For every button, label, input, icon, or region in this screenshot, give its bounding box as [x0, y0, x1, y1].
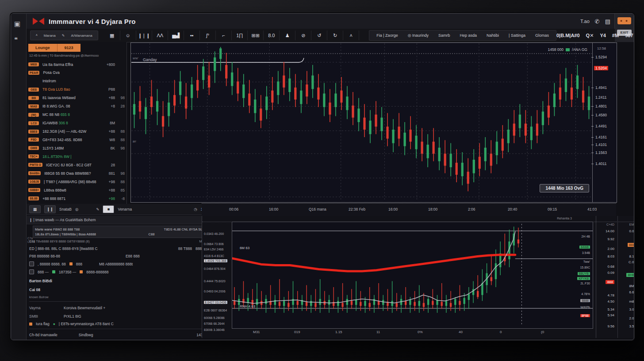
market-row[interactable]: 88.88+88 888 8871+98-8 — [27, 195, 126, 202]
market-row[interactable]: PMT8 GIGEY2C 8J 8G8 - 8C2 G8T28 — [27, 161, 126, 169]
market-row[interactable]: Intelrom — [27, 77, 126, 85]
corner-icon[interactable]: ⌐ — [216, 31, 232, 40]
quote-column[interactable]: EMB0.088888.10C.088HB8M96.65m883.082.003… — [617, 216, 634, 338]
terminal-band[interactable]: ❙ | tmas wawb — As GuaW8ais Bohem — [27, 216, 213, 224]
market-row[interactable]: GM81L5Y3 148M8K98 — [27, 144, 126, 152]
divider — [29, 301, 100, 302]
chart-mode-icon[interactable]: #M — [612, 33, 619, 38]
layers-icon[interactable]: ❙❙ — [44, 205, 56, 213]
dots-icon[interactable]: ▪▪ — [184, 31, 200, 40]
peaks-icon[interactable]: ΛΛ — [152, 31, 168, 40]
indicator-plot[interactable] — [232, 222, 593, 328]
smiley-icon[interactable]: ☺ — [120, 31, 136, 40]
symbol-name: 18.L.8T30% 8W | — [42, 154, 103, 159]
quote-value: P88 — [103, 87, 115, 92]
time-tick-label: (0 — [541, 330, 544, 334]
tab-lounge[interactable]: Lounge — [28, 44, 57, 52]
pen-icon[interactable]: ✎ — [96, 207, 99, 211]
menu-item-2[interactable]: Samrb — [438, 33, 450, 38]
price-axis[interactable]: 12:58 1.52941.52041.49411.48011.24111.45… — [592, 43, 616, 202]
chart-legend: 1458 000 /ANA GG — [548, 47, 587, 52]
caret-icon[interactable]: ˄ — [343, 31, 359, 40]
market-row[interactable]: 8I881 Iaavvoa IW8awd+8898 — [27, 94, 126, 102]
calendar-grid-icon[interactable]: ▦ — [104, 31, 120, 40]
quote-value: +98 — [103, 180, 115, 184]
market-row[interactable]: PEARPosa Gva — [27, 69, 126, 77]
quote-cell: 3.08 — [629, 307, 634, 311]
order-row[interactable]: ED ] 888-88. 88L C 8888-8Y8 [8wa888 C88 … — [27, 246, 213, 251]
stamp-icon[interactable]: ♟ — [280, 31, 295, 40]
checkbox-icon[interactable] — [29, 261, 34, 266]
quote-value: 881 — [103, 171, 115, 176]
candlestick-plot[interactable] — [131, 43, 592, 201]
candlestick-icon[interactable]: ❙❘❙ — [136, 31, 153, 40]
terminal-mid-label[interactable]: Venarna — [118, 207, 132, 211]
indicator-axis-label: 67066 66.2644 — [204, 322, 225, 325]
indicator-axis-label: E04 L5V 2466 — [204, 248, 223, 251]
indicator-axis-label: 0.0493 04.2006 — [204, 290, 226, 293]
menu-item-3[interactable]: Hep asda — [460, 33, 477, 38]
market-row[interactable]: T8C+18.L.8T30% 8W | — [27, 153, 126, 160]
market-row[interactable]: LC3IGAW8I8 306 88M — [27, 119, 126, 127]
plot-mark: wrw' — [133, 57, 138, 60]
order-row[interactable]: P88 888888 88-88E88 88888 — [27, 254, 213, 258]
time-tick-label: 1.15 — [335, 330, 342, 334]
bottom-strip-label: Rehantia 3 — [557, 217, 572, 220]
menu-item-6[interactable]: Glomas — [535, 33, 549, 38]
time-tick-label: 0 — [500, 330, 502, 334]
order-row[interactable]: 888 — 187358 — 8888-888888 — [27, 269, 213, 274]
phone-icon[interactable]: ✆ — [595, 18, 600, 25]
symbol-badge: T8C+ — [28, 154, 39, 158]
square-button[interactable]: ■ — [103, 205, 114, 213]
terminal-tab-label[interactable]: SnataB — [59, 207, 72, 211]
chat-icon[interactable]: ❝ — [14, 36, 18, 44]
decimal-icon[interactable]: 8.0 — [264, 31, 280, 40]
window-control-button[interactable]: ● ● — [617, 17, 631, 24]
time-tick-label: M31 — [253, 330, 260, 334]
market-row[interactable]: (W)MC 88 N8 655 8 — [27, 111, 126, 119]
terminal-panel: C7aCCT8 ▦ ❙❙ SnataB ◎ ✎ ■ Venarna ◷ 12:5… — [27, 204, 213, 338]
redo-icon[interactable]: ↻ — [327, 31, 343, 40]
symbol-badge: (W) — [28, 113, 39, 117]
chart-title: Ganday — [143, 58, 157, 62]
menu-item-5[interactable]: | Sattinga — [509, 33, 525, 38]
quote-value: +88 — [103, 96, 115, 100]
time-tick-label: 2:06 — [468, 207, 475, 211]
circle-icon[interactable]: ◎ — [75, 207, 78, 211]
market-row[interactable]: G888+L88va 888w8+8885 — [27, 186, 126, 194]
grid-plus-icon[interactable]: ⊞⊞ — [248, 31, 264, 40]
search-icon[interactable]: Q✕ — [586, 33, 594, 38]
time-axis[interactable]: 00:0616:00Q16 mana22:38 Feb16:0018:002:0… — [202, 203, 616, 217]
symbol-badge: F8D — [28, 138, 39, 142]
market-row[interactable]: F8DG8+F83 342-455. 8D88W888 — [27, 136, 126, 143]
market-row[interactable]: ME8Ua 8a 8arma Effra+800 — [27, 61, 126, 68]
grid-icon[interactable]: ▦ — [29, 205, 41, 213]
account-box[interactable]: ᴬ Marana ✎ A/Wanamana — [30, 31, 98, 40]
tab-9123[interactable]: 9123 — [57, 44, 80, 52]
bottom-left-axis[interactable]: 0.0343 46-2000.0664 73 806E04 L5V 246641… — [203, 222, 231, 328]
zigzag-icon[interactable]: ʃ° — [200, 31, 216, 40]
market-row[interactable]: MA8I8 8.WIG GA. 08+828 — [27, 103, 126, 110]
market-row[interactable]: GE8T8 Gva LU3 8aoP88 — [27, 86, 126, 93]
null-icon[interactable]: ⊘ — [295, 31, 311, 40]
printer-icon[interactable]: ▣ — [14, 20, 20, 28]
menu-item-1[interactable]: ◎ Inaurindy — [408, 33, 429, 38]
monitor-icon[interactable]: ▤ — [605, 18, 610, 25]
market-row[interactable]: 88E8182.3G8 (A8) — A8L-82W+8888 — [27, 128, 126, 135]
menu-item-0[interactable]: Fia | Zaorge — [376, 33, 398, 38]
branch-icon[interactable]: Y4 — [600, 33, 606, 38]
order-row[interactable]: , 88888 8888. 88 888 M8 A88888888 888t — [27, 261, 213, 266]
menu-item-4[interactable]: Nahtibi — [487, 33, 499, 38]
line-study-icon[interactable]: 1∏ — [232, 31, 248, 40]
section-subtitle: known Bulrow — [27, 296, 213, 299]
toolbar-status: 0|B.M|A#0 — [556, 33, 580, 38]
quote-column[interactable]: C+4D14.009.922.008.030.680.098884.784.50… — [596, 216, 617, 338]
market-row[interactable]: 1G8J8| T'88? ( A8888ARG (88) 88v88+9888 — [27, 178, 126, 185]
market-row[interactable]: 8mil8nI88G8 55 88 Owa 88W886?88198 — [27, 169, 126, 177]
note-row[interactable]: Iura flag ● | E8Ts-wrymnastorga AT8 8ant… — [27, 322, 213, 326]
market-watch-panel: Lounge 9123 12:45 b-mm | T0 Bandimandog-… — [27, 42, 127, 204]
undo-icon[interactable]: ↺ — [311, 31, 327, 40]
bars-icon[interactable]: ▅▟ — [168, 31, 184, 40]
bottom-x-axis[interactable]: M310191.15110%400(0 — [232, 329, 592, 336]
checkbox-icon[interactable] — [29, 269, 34, 274]
